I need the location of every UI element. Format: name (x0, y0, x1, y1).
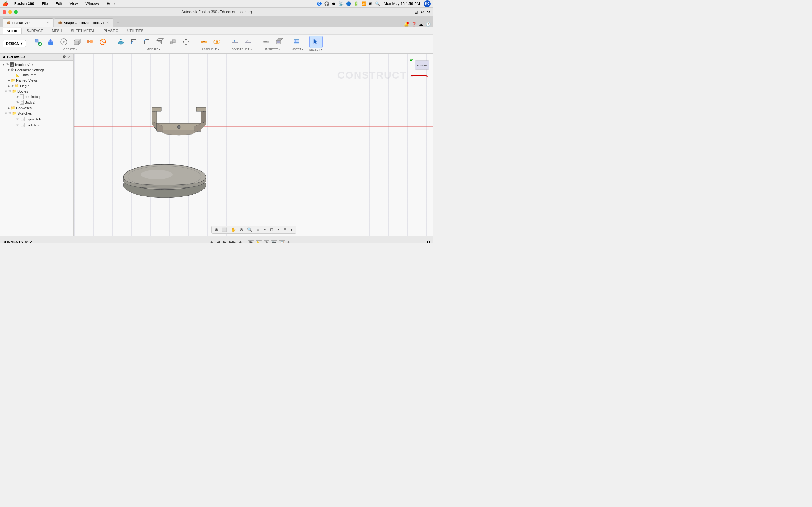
anim-key-icon[interactable]: 🎬 (248, 240, 254, 244)
redo-btn[interactable]: ↪ (427, 9, 431, 14)
anim-prev-btn[interactable]: ◀ (217, 239, 220, 244)
fusion-cloud-icon[interactable]: C (317, 2, 322, 6)
layout-dropdown[interactable]: ▾ (289, 227, 294, 233)
tab-shape-optimized[interactable]: 📦 Shape Optimized Hook v1 ✕ (54, 18, 113, 26)
measure-btn[interactable] (260, 36, 272, 48)
anim-capture-icon[interactable]: 📷 (271, 240, 277, 244)
orbit-btn[interactable]: ⊕ (213, 227, 219, 233)
tree-item-body2[interactable]: 👁 □ Body2 (0, 100, 72, 105)
extrude-btn[interactable] (44, 36, 57, 48)
tree-item-bracketclip[interactable]: 👁 □ bracketclip (0, 94, 72, 100)
browser-expand-icon[interactable]: ⤢ (67, 55, 70, 59)
edit-menu[interactable]: Edit (54, 2, 63, 6)
apple-menu[interactable]: 🍎 (3, 1, 8, 6)
toolbar-icon-grid[interactable]: ⊞ (414, 9, 418, 14)
visual-style-btn[interactable]: ◻ (269, 227, 275, 233)
airplay-icon[interactable]: 📡 (339, 1, 344, 6)
anim-view-icon[interactable]: 👁 (264, 240, 269, 244)
look-at-btn[interactable]: ⬜ (221, 227, 229, 233)
anim-first-btn[interactable]: ⏮ (210, 239, 214, 244)
tree-item-canvases[interactable]: ▶ 📁 Canvases (0, 105, 72, 111)
insert-image-btn[interactable] (291, 36, 304, 48)
pattern-btn[interactable] (84, 36, 96, 48)
minimize-window-btn[interactable] (8, 10, 12, 14)
visual-style-dropdown[interactable]: ▾ (276, 227, 281, 233)
tree-item-clipsketch[interactable]: 👁 ⬚ clipsketch (0, 116, 72, 122)
display-settings-btn[interactable] (273, 36, 286, 48)
design-dropdown[interactable]: DESIGN ▾ (3, 40, 26, 47)
cloud-sync-icon[interactable]: ☁ (419, 22, 423, 26)
undo-btn[interactable]: ↩ (420, 9, 424, 14)
zoom-btn[interactable]: 🔍 (246, 227, 253, 233)
bluetooth-icon[interactable]: 🔵 (346, 1, 351, 6)
view-cube[interactable]: Y X BOTTOM (408, 57, 430, 82)
help-menu[interactable]: Help (105, 2, 116, 6)
battery-icon[interactable]: 🔋 (354, 1, 359, 6)
tree-item-circlebase[interactable]: 👁 ⬚ circlebase (0, 122, 72, 128)
chamfer-btn[interactable] (141, 36, 153, 48)
visibility-icon-clipsketch[interactable]: 👁 (16, 117, 19, 121)
anim-plus-icon[interactable]: + (287, 239, 290, 244)
press-pull-btn[interactable] (114, 36, 127, 48)
anim-storyboard-icon[interactable]: 📋 (279, 240, 285, 244)
media-icon[interactable]: ⏺ (332, 1, 336, 6)
help-icon[interactable]: ❓ (411, 22, 416, 26)
tab-sheet-metal[interactable]: SHEET METAL (67, 28, 98, 34)
headphone-icon[interactable]: 🎧 (324, 1, 329, 6)
anim-play-btn[interactable]: ▶ (223, 239, 226, 244)
file-menu[interactable]: File (41, 2, 49, 6)
user-avatar[interactable]: KC (424, 0, 431, 7)
joint-btn[interactable] (198, 36, 210, 48)
revolve-btn[interactable] (57, 36, 70, 48)
tree-item-doc-settings[interactable]: ▼ ⚙ Document Settings (0, 67, 72, 72)
tab-close-2[interactable]: ✕ (106, 20, 109, 25)
visibility-icon-bracket[interactable]: 👁 (6, 63, 9, 66)
tree-item-units[interactable]: 📐 Units: mm (0, 72, 72, 78)
search-icon[interactable]: 🔍 (375, 1, 380, 6)
joint2-btn[interactable] (211, 36, 223, 48)
anim-next-btn[interactable]: ▶▶ (229, 239, 236, 244)
visibility-icon-body2[interactable]: 👁 (16, 101, 19, 104)
tree-item-bracket-v1[interactable]: ▼ 👁 □ bracket v1 ● (0, 62, 72, 67)
visibility-icon-bodies[interactable]: 👁 (8, 89, 11, 93)
tree-item-origin[interactable]: ▶ 👁 📁 Origin (0, 83, 72, 89)
visibility-icon-origin[interactable]: 👁 (11, 84, 14, 88)
notifications-icon[interactable]: 🔔 (404, 22, 409, 26)
tab-solid[interactable]: SOLID (3, 28, 21, 34)
freeform-btn[interactable] (96, 36, 109, 48)
plane-angle-btn[interactable] (242, 36, 254, 48)
visibility-icon-bracketclip[interactable]: 👁 (16, 95, 19, 99)
tab-add-btn[interactable]: + (114, 18, 122, 26)
select-btn[interactable] (309, 36, 322, 48)
anim-last-btn[interactable]: ⏭ (238, 239, 243, 244)
maximize-window-btn[interactable] (14, 10, 18, 14)
tab-surface[interactable]: SURFACE (23, 28, 47, 34)
view-menu[interactable]: View (68, 2, 79, 6)
tab-plastic[interactable]: PLASTIC (100, 28, 122, 34)
visibility-icon-circlebase[interactable]: 👁 (16, 123, 19, 127)
box-btn[interactable] (70, 36, 83, 48)
viewport[interactable]: CONSTRUCT - (74, 54, 433, 236)
app-name[interactable]: Fusion 360 (13, 2, 36, 6)
visibility-icon-sketches[interactable]: 👁 (8, 112, 11, 115)
comments-settings-icon[interactable]: ⚙ (25, 240, 28, 243)
display-mode-dropdown[interactable]: ▾ (263, 227, 267, 233)
layout-btn[interactable]: ⊞ (282, 227, 288, 233)
window-menu[interactable]: Window (84, 2, 101, 6)
offset-plane-btn[interactable] (229, 36, 241, 48)
tree-item-bodies[interactable]: ▼ 👁 📁 Bodies (0, 89, 72, 94)
tree-item-sketches[interactable]: ▼ 👁 📁 Sketches (0, 111, 72, 116)
shell-btn[interactable] (154, 36, 166, 48)
tab-close-1[interactable]: ✕ (46, 20, 49, 25)
anim-path-icon[interactable]: 📐 (256, 240, 262, 244)
pan-btn[interactable]: ✋ (230, 227, 237, 233)
settings-btn[interactable]: ⚙ (426, 239, 431, 244)
wifi-icon[interactable]: 📶 (361, 1, 366, 6)
close-window-btn[interactable] (3, 10, 6, 14)
scale-btn[interactable] (166, 36, 179, 48)
tab-bracket-v1[interactable]: 📦 bracket v1* ✕ (3, 18, 53, 26)
browser-settings-icon[interactable]: ⚙ (63, 55, 66, 59)
history-icon[interactable]: 🕐 (426, 22, 431, 26)
comments-expand-icon[interactable]: ⤢ (30, 240, 33, 243)
zoom-fit-btn[interactable]: ⊙ (239, 227, 245, 233)
